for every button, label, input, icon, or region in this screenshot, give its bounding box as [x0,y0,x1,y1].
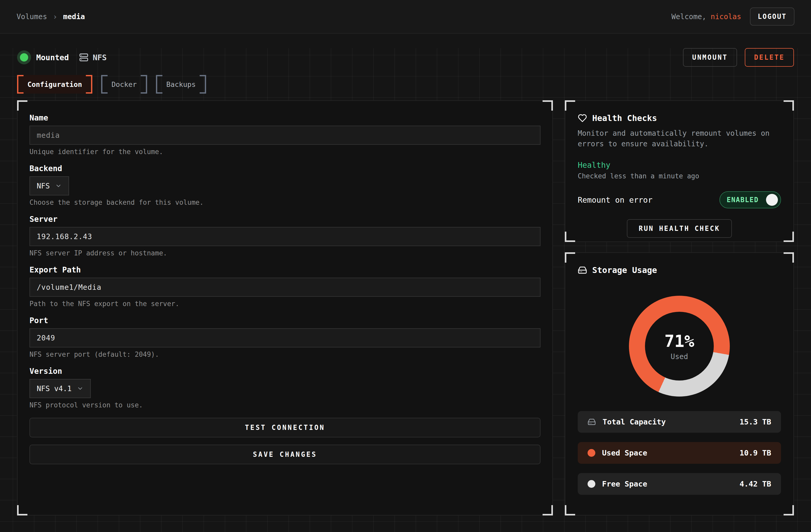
mounted-status-dot [17,50,31,64]
legend-value: 4.42 TB [740,480,771,488]
storage-usage-title: Storage Usage [592,265,657,275]
card-corner [565,100,575,111]
volume-actions: UNMOUNT DELETE [683,48,794,67]
test-connection-button[interactable]: TEST CONNECTION [30,418,540,437]
backend-help: Choose the storage backend for this volu… [30,199,540,206]
export-path-field-group: Export Path Path to the NFS export on th… [30,265,540,308]
health-last-checked: Checked less than a minute ago [578,172,781,180]
username: nicolas [711,12,741,21]
server-input[interactable] [30,227,540,246]
card-corner [565,232,575,242]
legend-value: 10.9 TB [740,449,771,457]
free-space-dot [587,480,595,488]
storage-legend: Total Capacity 15.3 TB Used Space 10.9 T… [578,411,781,495]
remount-toggle[interactable]: ENABLED [719,191,781,208]
export-path-help: Path to the NFS export on the server. [30,300,540,308]
main-layout: Name Unique identifier for the volume. B… [17,100,794,515]
version-label: Version [30,366,540,379]
version-select[interactable]: NFS v4.1 [30,379,91,398]
heart-icon [578,113,587,123]
welcome-text: Welcome, nicolas [671,12,741,21]
card-corner [565,252,575,263]
legend-row-total-capacity: Total Capacity 15.3 TB [578,411,781,433]
backend-field-group: Backend NFS Choose the storage backend f… [30,164,540,206]
delete-button[interactable]: DELETE [745,48,794,67]
name-input[interactable] [30,126,540,145]
legend-label: Total Capacity [602,418,665,426]
unmount-button[interactable]: UNMOUNT [683,48,737,67]
configuration-panel: Name Unique identifier for the volume. B… [17,100,553,515]
card-corner [784,232,794,242]
status-row: Mounted NFS UNMOUNT DELETE [17,48,794,67]
storage-donut-center: 71% Used [645,312,714,380]
port-help: NFS server port (default: 2049). [30,350,540,358]
tab-docker[interactable]: Docker [101,75,147,94]
legend-label: Free Space [602,480,647,488]
content: Mounted NFS UNMOUNT DELETE Configuration… [0,48,811,532]
port-field-group: Port NFS server port (default: 2049). [30,316,540,358]
backend-label: Backend [30,164,540,176]
port-label: Port [30,316,540,328]
legend-row-used-space: Used Space 10.9 TB [578,442,781,464]
topbar-right: Welcome, nicolas LOGOUT [671,7,794,26]
health-checks-description: Monitor and automatically remount volume… [578,128,781,149]
welcome-label: Welcome, [671,12,706,21]
chevron-down-icon [55,183,62,189]
card-corner [784,252,794,263]
backend-select-value: NFS [37,182,50,190]
toggle-knob [766,194,778,206]
backend-type-label: NFS [93,53,107,62]
storage-donut: 71% Used [629,296,730,396]
card-corner [17,505,27,515]
health-checks-title: Health Checks [592,113,657,123]
name-help: Unique identifier for the volume. [30,148,540,156]
storage-usage-card: Storage Usage 71% Used Tot [565,252,794,515]
legend-value: 15.3 TB [740,418,771,426]
port-input[interactable] [30,328,540,347]
storage-percent-caption: Used [671,353,688,361]
legend-row-free-space: Free Space 4.42 TB [578,473,781,495]
remount-toggle-label: ENABLED [727,196,759,204]
card-corner [542,100,553,111]
used-space-dot [587,449,595,457]
health-checks-title-row: Health Checks [578,113,781,123]
backend-select[interactable]: NFS [30,176,69,195]
breadcrumb-separator-icon: › [53,12,57,21]
version-field-group: Version NFS v4.1 NFS protocol version to… [30,366,540,409]
mounted-status-label: Mounted [36,53,69,62]
breadcrumb-current: media [63,12,85,21]
export-path-input[interactable] [30,278,540,297]
version-select-value: NFS v4.1 [37,385,72,393]
card-corner [784,100,794,111]
run-health-check-button[interactable]: RUN HEALTH CHECK [627,219,732,238]
remount-row: Remount on error ENABLED [578,191,781,208]
card-corner [542,505,553,515]
breadcrumb: Volumes › media [17,12,85,21]
breadcrumb-volumes[interactable]: Volumes [17,12,47,21]
health-status-text: Healthy [578,160,781,170]
server-label: Server [30,215,540,227]
export-path-label: Export Path [30,265,540,278]
logout-button[interactable]: LOGOUT [750,7,794,26]
volume-detail-page: Volumes › media Welcome, nicolas LOGOUT … [0,0,811,532]
tab-configuration[interactable]: Configuration [17,75,92,94]
tabs: Configuration Docker Backups [17,75,794,94]
storage-percent-used: 71% [664,332,694,351]
storage-usage-title-row: Storage Usage [578,265,781,275]
name-field-group: Name Unique identifier for the volume. [30,113,540,156]
server-help: NFS server IP address or hostname. [30,249,540,257]
legend-label: Used Space [602,449,647,457]
card-corner [17,100,27,111]
hard-drive-icon [578,265,587,275]
version-help: NFS protocol version to use. [30,401,540,409]
topbar: Volumes › media Welcome, nicolas LOGOUT [0,0,811,34]
tab-backups[interactable]: Backups [156,75,206,94]
hard-drive-icon [587,418,596,426]
card-corner [784,505,794,515]
health-checks-card: Health Checks Monitor and automatically … [565,100,794,242]
server-icon [79,53,89,62]
side-column: Health Checks Monitor and automatically … [565,100,794,515]
remount-on-error-label: Remount on error [578,195,653,204]
server-field-group: Server NFS server IP address or hostname… [30,215,540,257]
save-changes-button[interactable]: SAVE CHANGES [30,444,540,464]
